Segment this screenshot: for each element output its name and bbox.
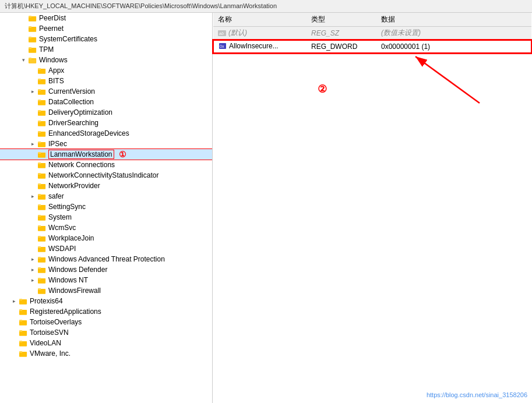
tree-item[interactable]: TPM [0,44,212,55]
tree-item[interactable]: ▸ Windows Advanced Threat Protection [0,254,212,264]
expand-btn[interactable]: ▸ [28,275,37,285]
tree-item[interactable]: ▸ Windows Defender [0,264,212,275]
tree-item[interactable]: LanmanWorkstation① [0,149,212,160]
tree-item[interactable]: WcmSvc [0,222,212,233]
expand-btn[interactable] [28,223,37,232]
folder-icon [37,203,47,211]
svg-rect-64 [19,341,22,342]
tree-item-label: Windows NT [48,276,88,284]
svg-text:0x: 0x [220,44,224,48]
tree-panel: PeerDist Peernet SystemCertificates TPM▾… [0,13,213,403]
tree-item-label: PeerDist [39,14,66,22]
folder-icon [37,192,47,200]
expand-btn[interactable]: ▸ [28,192,37,201]
tree-item[interactable]: DataCollection [0,97,212,107]
tree-item[interactable]: ▸ IPSec [0,139,212,149]
tree-item[interactable]: WSDAPI [0,243,212,254]
tree-item[interactable]: TortoiseSVN [0,327,212,338]
tree-item[interactable]: EnhancedStorageDevices [0,128,212,139]
tree-item[interactable]: SettingSync [0,202,212,212]
expand-btn[interactable] [9,317,19,327]
reg-type: REG_SZ [306,27,376,40]
expand-btn[interactable] [28,118,37,128]
tree-item[interactable]: VMware, Inc. [0,348,212,359]
expand-btn[interactable]: ▸ [9,296,19,306]
expand-btn[interactable] [19,34,28,44]
tree-item[interactable]: NetworkConnectivityStatusIndicator [0,170,212,181]
expand-btn[interactable] [28,171,37,180]
tree-item[interactable]: ▸ Windows NT [0,275,212,285]
folder-icon [37,108,47,116]
expand-btn[interactable] [28,202,37,211]
col-name: 名称 [213,13,306,27]
tree-item[interactable]: RegisteredApplications [0,306,212,317]
expand-btn[interactable] [19,13,28,23]
tree-item[interactable]: Peernet [0,23,212,34]
tree-item[interactable]: NetworkProvider [0,181,212,191]
tree-item[interactable]: TortoiseOverlays [0,317,212,327]
expand-btn[interactable] [9,307,19,316]
expand-btn[interactable] [9,338,19,348]
folder-icon [19,349,28,358]
expand-btn[interactable] [9,349,19,358]
svg-rect-58 [19,309,22,311]
tree-item-label: TPM [39,45,54,54]
expand-btn[interactable] [28,244,37,253]
annotation-2: ② [318,83,327,96]
table-row[interactable]: ab (默认) REG_SZ (数值未设置) [213,27,531,40]
svg-rect-60 [19,320,22,321]
tree-item[interactable]: PeerDist [0,13,212,23]
expand-btn[interactable] [28,97,37,107]
expand-btn[interactable] [9,328,19,337]
expand-btn[interactable]: ▸ [28,139,37,149]
arrow-right [404,45,485,111]
expand-btn[interactable] [28,181,37,190]
tree-item[interactable]: ▸ CurrentVersion [0,86,212,97]
col-type: 类型 [306,13,376,27]
tree-item[interactable]: System [0,212,212,222]
folder-icon [19,297,28,305]
svg-rect-20 [38,110,41,112]
folder-icon [19,318,28,326]
tree-item-label: EnhancedStorageDevices [48,129,129,137]
folder-icon [37,213,47,221]
tree-item-label: WSDAPI [48,245,76,253]
expand-btn[interactable]: ▸ [28,254,37,264]
tree-item[interactable]: WorkplaceJoin [0,233,212,243]
tree-item[interactable]: VideoLAN [0,338,212,348]
tree-item[interactable]: Network Connections [0,160,212,170]
tree-item[interactable]: SystemCertificates [0,34,212,44]
svg-rect-18 [38,100,41,101]
tree-item[interactable]: Appx [0,65,212,76]
svg-rect-1 [29,16,31,17]
expand-btn[interactable] [28,129,37,138]
reg-type: REG_DWORD [306,40,376,53]
col-data: 数据 [376,13,531,27]
expand-btn[interactable] [28,150,37,159]
tree-item-label: VMware, Inc. [30,349,71,358]
tree-item[interactable]: BITS [0,76,212,86]
expand-btn[interactable]: ▸ [28,265,37,274]
expand-btn[interactable] [19,45,28,54]
tree-item[interactable]: ▾ Windows [0,55,212,65]
tree-item[interactable]: ▸ Protexis64 [0,296,212,306]
expand-btn[interactable] [19,24,28,33]
expand-btn[interactable] [28,76,37,86]
expand-btn[interactable] [28,286,37,295]
svg-rect-42 [38,225,41,227]
expand-btn[interactable] [28,213,37,222]
expand-btn[interactable]: ▸ [28,87,37,96]
tree-item[interactable]: ▸ safer [0,191,212,202]
expand-btn[interactable] [28,108,37,117]
tree-item[interactable]: DriverSearching [0,118,212,128]
tree-item[interactable]: WindowsFirewall [0,285,212,296]
expand-btn[interactable] [28,66,37,75]
expand-btn[interactable] [28,234,37,243]
svg-rect-40 [38,215,41,217]
tree-item-label: WorkplaceJoin [48,234,94,242]
expand-btn[interactable] [28,160,37,169]
tree-item-label: Windows Defender [48,266,107,274]
expand-btn[interactable]: ▾ [19,55,28,65]
tree-item[interactable]: DeliveryOptimization [0,107,212,118]
folder-icon [37,287,47,295]
